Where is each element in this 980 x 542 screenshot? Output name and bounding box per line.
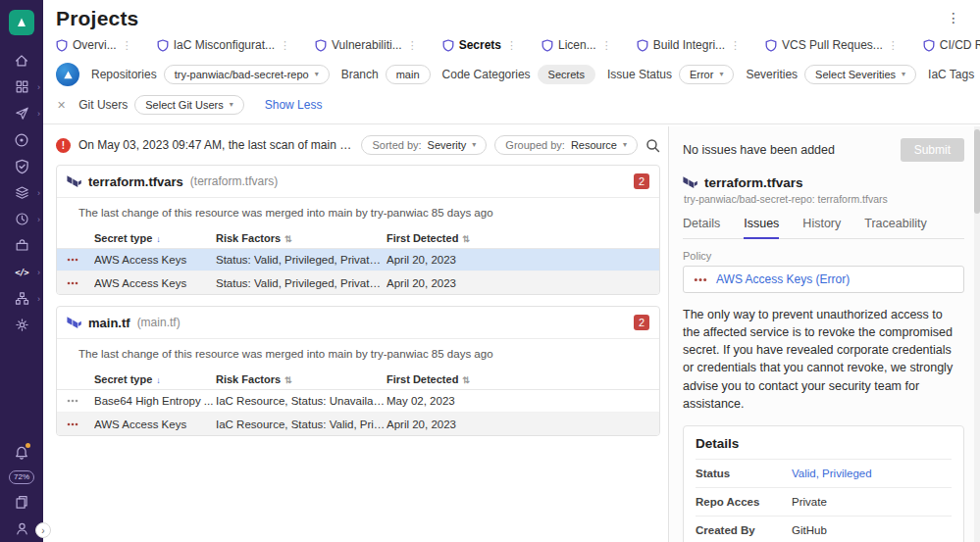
integration-avatar[interactable] <box>56 63 79 86</box>
grouped-by-chip[interactable]: Grouped by: Resource ▾ <box>494 135 638 155</box>
chevron-right-icon: › <box>37 294 40 303</box>
shield-icon <box>157 39 169 52</box>
detail-row-created-by: Created By GitHub <box>696 516 952 542</box>
sort-icon[interactable]: ⇅ <box>462 375 470 385</box>
tab-vcs-pull-requests[interactable]: VCS Pull Reques... ⋮ <box>765 38 899 52</box>
scan-status-bar: ! On May 03, 2023 09:47 AM, the last sca… <box>56 126 660 165</box>
detail-tab-details[interactable]: Details <box>683 217 720 238</box>
issue-status-filter-chip[interactable]: Error ▾ <box>679 65 734 84</box>
branch-filter-chip[interactable]: main <box>386 65 431 84</box>
git-users-filter-chip[interactable]: Select Git Users ▾ <box>134 95 243 115</box>
tab-menu-icon[interactable]: ⋮ <box>280 39 290 52</box>
page-title: Projects <box>56 7 138 30</box>
nav-radar-icon[interactable] <box>0 126 43 153</box>
tab-menu-icon[interactable]: ⋮ <box>730 39 741 52</box>
tab-vulnerabilities[interactable]: Vulnerabiliti... ⋮ <box>315 38 418 52</box>
policy-box[interactable]: AWS Access Keys (Error) <box>683 266 964 293</box>
shield-icon <box>442 39 454 52</box>
sort-icon[interactable]: ⇅ <box>462 234 470 244</box>
shield-icon <box>542 39 553 52</box>
issue-status-label: Issue Status <box>607 68 672 81</box>
vertical-scrollbar[interactable] <box>974 126 980 542</box>
repositories-filter-value: try-panwiac/bad-secret-repo <box>175 69 309 80</box>
tab-cicd-risks[interactable]: CI/CD Ri... ⋮ <box>923 38 980 52</box>
filter-row-1: Repositories try-panwiac/bad-secret-repo… <box>56 63 966 86</box>
detail-tab-traceability[interactable]: Traceability <box>864 217 926 238</box>
sort-icon[interactable]: ⇅ <box>284 375 292 385</box>
resource-header[interactable]: main.tf (main.tf) 2 <box>57 307 659 339</box>
tab-menu-icon[interactable]: ⋮ <box>888 39 899 52</box>
severities-filter-chip[interactable]: Select Severities ▾ <box>804 65 916 84</box>
status-value-link[interactable]: Valid, Privileged <box>792 468 952 479</box>
table-row[interactable]: AWS Access Keys Status: Valid, Privilege… <box>57 249 659 271</box>
tab-iac-misconfigurations[interactable]: IaC Misconfigurat... ⋮ <box>157 38 290 52</box>
detail-row-status: Status Valid, Privileged <box>696 459 952 487</box>
terraform-icon <box>67 174 81 189</box>
tab-licenses[interactable]: Licen... ⋮ <box>542 38 612 52</box>
detail-tab-issues[interactable]: Issues <box>744 217 779 239</box>
detail-tabs: Details Issues History Traceability <box>683 217 964 239</box>
detail-tab-history[interactable]: History <box>802 217 841 238</box>
secret-type-cell: AWS Access Keys <box>94 277 216 289</box>
risk-factors-header[interactable]: Risk Factors⇅ <box>216 232 387 244</box>
scrollbar-thumb[interactable] <box>974 129 980 214</box>
notifications-bell-icon[interactable] <box>0 439 43 466</box>
sidebar-expand-handle[interactable]: › <box>35 522 51 538</box>
policy-link[interactable]: AWS Access Keys (Error) <box>716 272 850 286</box>
first-detected-header[interactable]: First Detected⇅ <box>387 373 649 385</box>
nav-sitemap-icon[interactable]: › <box>0 285 43 312</box>
secret-type-header[interactable]: Secret type↓ <box>94 373 216 385</box>
app-logo[interactable] <box>9 10 34 35</box>
repositories-filter-chip[interactable]: try-panwiac/bad-secret-repo ▾ <box>164 65 330 84</box>
table-row[interactable]: AWS Access Keys IaC Resource, Status: Va… <box>57 413 659 435</box>
chevron-right-icon: › <box>37 188 40 197</box>
nav-modules-icon[interactable]: › <box>0 74 43 100</box>
sorted-by-chip[interactable]: Sorted by: Severity ▾ <box>361 135 487 155</box>
table-row[interactable]: AWS Access Keys Status: Valid, Privilege… <box>57 271 659 294</box>
submit-button[interactable]: Submit <box>901 138 964 162</box>
secret-dots-icon <box>67 280 94 286</box>
docs-copy-icon[interactable] <box>0 489 43 516</box>
nav-history-icon[interactable]: › <box>0 206 43 232</box>
sort-down-icon[interactable]: ↓ <box>156 234 161 244</box>
tab-menu-icon[interactable]: ⋮ <box>506 39 517 52</box>
nav-compliance-icon[interactable] <box>0 153 43 179</box>
search-icon[interactable] <box>645 138 660 153</box>
first-detected-cell: April 20, 2023 <box>387 254 649 266</box>
clear-filter-icon[interactable]: ✕ <box>56 99 67 112</box>
filter-row-2: ✕ Git Users Select Git Users ▾ Show Less <box>56 95 966 115</box>
nav-inventory-icon[interactable]: › <box>0 179 43 206</box>
tab-build-integrity[interactable]: Build Integri... ⋮ <box>637 38 741 52</box>
tab-secrets[interactable]: Secrets ⋮ <box>442 38 517 52</box>
tab-overview[interactable]: Overvi... ⋮ <box>56 38 132 52</box>
nav-home-icon[interactable] <box>0 47 43 74</box>
chevron-down-icon: ▾ <box>230 101 233 109</box>
risk-factors-header[interactable]: Risk Factors⇅ <box>216 373 387 385</box>
nav-code-security-icon[interactable]: </> › <box>0 259 43 285</box>
detail-row-repo-access: Repo Acces Private <box>696 487 952 516</box>
tab-menu-icon[interactable]: ⋮ <box>601 39 612 52</box>
secret-dots-icon <box>694 276 707 283</box>
sort-icon[interactable]: ⇅ <box>284 234 292 244</box>
sort-down-icon[interactable]: ↓ <box>156 375 161 385</box>
tab-menu-icon[interactable]: ⋮ <box>122 39 132 52</box>
nav-settings-icon[interactable] <box>0 312 43 338</box>
resource-header[interactable]: terraform.tfvars (terraform.tfvars) 2 <box>57 166 659 198</box>
detail-panel: No issues have been added Submit terrafo… <box>668 126 980 542</box>
first-detected-header[interactable]: First Detected⇅ <box>387 232 649 244</box>
nav-toolbox-icon[interactable] <box>0 232 43 259</box>
tab-label: Overvi... <box>73 38 117 52</box>
page-menu-icon[interactable]: ⋮ <box>943 7 964 30</box>
table-row[interactable]: Base64 High Entropy ... IaC Resource, St… <box>57 390 659 413</box>
grouped-by-value: Resource <box>571 139 617 151</box>
issues-submit-bar: No issues have been added Submit <box>683 134 964 173</box>
code-categories-filter-chip[interactable]: Secrets <box>538 65 595 84</box>
tab-menu-icon[interactable]: ⋮ <box>407 39 418 52</box>
secret-type-header[interactable]: Secret type↓ <box>94 232 216 244</box>
nav-dispatch-icon[interactable]: › <box>0 100 43 126</box>
detail-resource-header: terraform.tfvars <box>683 175 964 190</box>
show-less-link[interactable]: Show Less <box>265 98 323 112</box>
risk-factors-cell: Status: Valid, Privileged, Private,... <box>216 254 387 266</box>
terraform-icon <box>67 316 81 330</box>
notification-dot <box>26 443 30 448</box>
